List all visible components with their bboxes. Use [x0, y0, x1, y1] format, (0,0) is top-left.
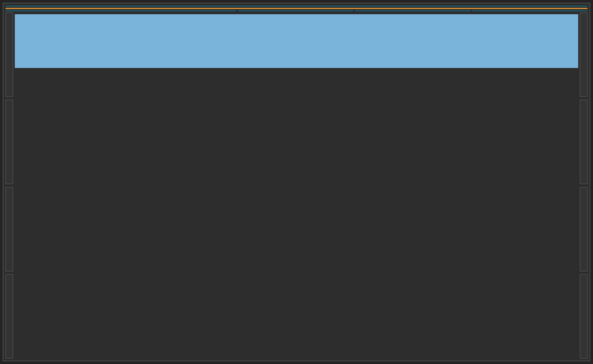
memory-controller — [580, 100, 587, 184]
memory-controller — [6, 100, 13, 184]
memory-controller — [6, 187, 13, 271]
gigathread-engine-bar — [6, 8, 587, 9]
memory-controller — [6, 12, 13, 97]
gpu-die-diagram — [3, 3, 590, 361]
memory-controller — [6, 274, 13, 358]
nvenc-block-1 — [238, 10, 353, 11]
l2-cache — [15, 14, 578, 68]
memory-controllers-left — [6, 12, 13, 358]
memory-controller — [580, 274, 587, 358]
optical-flow-accelerator — [6, 10, 236, 11]
center-stack — [15, 12, 578, 358]
nvenc-block-2 — [355, 10, 470, 11]
memory-controller — [580, 187, 587, 271]
memory-controller — [580, 12, 587, 97]
nvdec-block — [472, 10, 587, 11]
memory-controllers-right — [580, 12, 587, 358]
pci-host-interface-bar — [6, 6, 587, 7]
fixed-function-engines-row — [6, 10, 587, 11]
